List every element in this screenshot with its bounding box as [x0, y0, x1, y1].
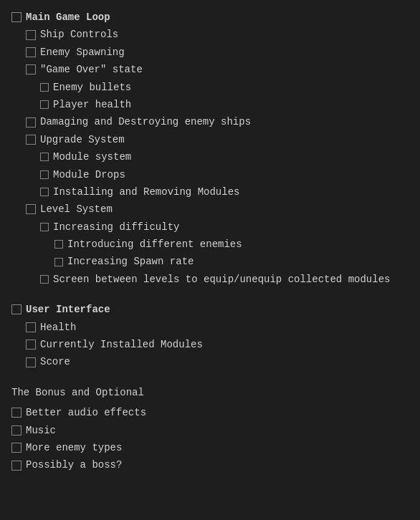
increasing-difficulty-checkbox[interactable] — [40, 223, 49, 231]
user-interface-label: User Interface — [26, 302, 110, 317]
music-checkbox[interactable] — [11, 425, 22, 435]
increasing-difficulty-label: Increasing difficulty — [53, 219, 179, 235]
enemy-spawning-label: Enemy Spawning — [40, 44, 125, 60]
screen-between-levels-label: Screen between levels to equip/unequip c… — [53, 271, 390, 287]
increasing-spawn-label: Increasing Spawn rate — [67, 254, 194, 269]
score-checkbox[interactable] — [26, 357, 36, 367]
damaging-label: Damaging and Destroying enemy ships — [40, 114, 251, 130]
upgrade-system-checkbox[interactable] — [26, 135, 36, 145]
module-drops-checkbox[interactable] — [40, 170, 49, 179]
introducing-enemies-label: Introducing different enemies — [67, 236, 242, 252]
audio-effects-item: Better audio effects — [11, 404, 409, 421]
health-checkbox[interactable] — [26, 322, 36, 332]
level-system-label: Level System — [40, 201, 113, 217]
music-label: Music — [26, 423, 56, 438]
installing-modules-label: Installing and Removing Modules — [53, 184, 239, 200]
boss-checkbox[interactable] — [11, 461, 22, 471]
enemy-spawning-checkbox[interactable] — [26, 47, 36, 57]
module-system-label: Module system — [53, 149, 131, 165]
ship-controls-item: Ship Controls — [26, 26, 409, 43]
installing-modules-item: Installing and Removing Modules — [40, 183, 409, 201]
damaging-checkbox[interactable] — [26, 117, 36, 127]
game-over-item: "Game Over" state — [26, 61, 409, 78]
boss-label: Possibly a boss? — [26, 457, 122, 473]
increasing-difficulty-item: Increasing difficulty — [40, 218, 409, 236]
level-system-checkbox[interactable] — [26, 204, 36, 214]
more-enemies-item: More enemy types — [11, 439, 409, 456]
installed-modules-checkbox[interactable] — [26, 340, 36, 350]
module-drops-item: Module Drops — [40, 166, 409, 183]
module-system-item: Module system — [40, 148, 409, 165]
screen-between-levels-checkbox[interactable] — [40, 275, 49, 284]
introducing-enemies-item: Introducing different enemies — [54, 236, 409, 253]
game-over-checkbox[interactable] — [26, 64, 36, 74]
bonus-label: The Bonus and Optional — [11, 385, 144, 400]
enemy-bullets-checkbox[interactable] — [40, 83, 49, 92]
game-over-label: "Game Over" state — [40, 62, 143, 77]
more-enemies-checkbox[interactable] — [11, 443, 22, 453]
increasing-spawn-checkbox[interactable] — [54, 258, 63, 266]
main-game-loop-checkbox[interactable] — [11, 12, 22, 22]
user-interface-checkbox[interactable] — [11, 304, 22, 314]
more-enemies-label: More enemy types — [26, 440, 122, 456]
installing-modules-checkbox[interactable] — [40, 188, 49, 196]
main-game-loop-label: Main Game Loop — [26, 9, 110, 25]
screen-between-levels-item: Screen between levels to equip/unequip c… — [40, 271, 409, 288]
enemy-bullets-item: Enemy bullets — [40, 79, 409, 96]
ship-controls-checkbox[interactable] — [26, 30, 36, 40]
installed-modules-item: Currently Installed Modules — [26, 336, 409, 353]
damaging-item: Damaging and Destroying enemy ships — [26, 113, 409, 130]
audio-effects-label: Better audio effects — [26, 405, 146, 420]
enemy-spawning-item: Enemy Spawning — [26, 44, 409, 61]
music-item: Music — [11, 422, 409, 439]
bonus-section: The Bonus and Optional Better audio effe… — [11, 384, 409, 474]
audio-effects-checkbox[interactable] — [11, 408, 22, 418]
bonus-header: The Bonus and Optional — [11, 384, 409, 404]
ship-controls-label: Ship Controls — [40, 27, 118, 42]
module-system-checkbox[interactable] — [40, 153, 49, 161]
user-interface-item: User Interface — [11, 301, 409, 318]
player-health-checkbox[interactable] — [40, 100, 49, 109]
score-label: Score — [40, 354, 70, 370]
upgrade-system-item: Upgrade System — [26, 131, 409, 148]
enemy-bullets-label: Enemy bullets — [53, 80, 131, 95]
upgrade-system-label: Upgrade System — [40, 132, 125, 148]
player-health-label: Player health — [53, 97, 131, 112]
module-drops-label: Module Drops — [53, 167, 125, 183]
boss-item: Possibly a boss? — [11, 456, 409, 473]
health-label: Health — [40, 319, 76, 335]
player-health-item: Player health — [40, 96, 409, 113]
score-item: Score — [26, 353, 409, 370]
main-game-loop-item: Main Game Loop — [11, 9, 409, 26]
level-system-item: Level System — [26, 201, 409, 218]
increasing-spawn-item: Increasing Spawn rate — [54, 253, 409, 270]
installed-modules-label: Currently Installed Modules — [40, 337, 203, 352]
health-item: Health — [26, 319, 409, 336]
introducing-enemies-checkbox[interactable] — [54, 240, 63, 249]
